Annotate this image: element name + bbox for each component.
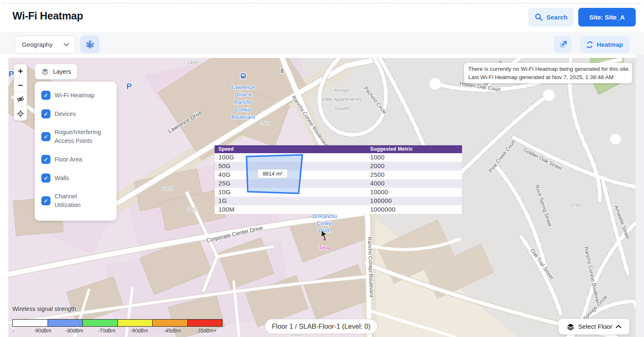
site-button[interactable]: Site: Site_A — [578, 8, 636, 26]
layers-button[interactable]: Layers — [35, 64, 77, 79]
search-button[interactable]: Search — [528, 8, 574, 26]
layer-item-wifi-heatmap[interactable]: ✓ Wi-Fi Heatmap — [41, 91, 110, 100]
legend-tick: -90dBm — [34, 328, 51, 334]
search-button-label: Search — [546, 14, 568, 21]
cell-speed: 40G — [218, 171, 231, 178]
table-header-row: Speed Suggested Metric — [215, 145, 462, 153]
map-label: 1489 — [187, 60, 198, 66]
layer-item-rogue-aps[interactable]: ✓ Rogue/Interfering Access Points — [41, 128, 110, 145]
checkbox-checked[interactable]: ✓ — [41, 155, 50, 164]
speed-metric-table: Speed Suggested Metric 100G1000 50G2000 … — [215, 145, 462, 214]
map-label: 1501 — [260, 120, 271, 126]
layer-item-walls[interactable]: ✓ Walls — [41, 173, 110, 183]
legend-segment — [153, 320, 188, 326]
chevron-up-icon — [616, 325, 621, 328]
legend-tick: -60dBm — [131, 328, 148, 334]
map-label: Arroyo — [333, 87, 350, 93]
view-mode-select[interactable]: Geography — [15, 36, 75, 53]
legend-segment — [48, 320, 83, 326]
map-toolbar: Geography Heatmap — [0, 32, 644, 54]
search-icon — [534, 13, 543, 22]
layer-item-label: Channel Utilization — [55, 192, 98, 209]
select-floor-button[interactable]: Select Floor — [558, 319, 630, 335]
notice-line-2: Last Wi-Fi Heatmap generated at Nov 7, 2… — [468, 73, 628, 82]
layers-stack-icon — [567, 323, 575, 331]
legend-tick: -80dBm — [66, 328, 83, 334]
layer-item-label: Wi-Fi Heatmap — [55, 91, 95, 100]
locate-button[interactable] — [14, 106, 27, 120]
map-label: Tesla — [318, 245, 330, 251]
cell-speed: 50G — [218, 162, 231, 169]
layer-item-label: Devices — [55, 110, 76, 118]
top-dashed-line — [3, 3, 641, 4]
map-label: Lawrence — [232, 84, 254, 90]
map-label: Boulevard — [232, 114, 255, 120]
map-label: South — [334, 105, 349, 111]
map-label: Conejo — [235, 107, 251, 113]
map-label: Villa Apartments — [321, 96, 362, 102]
traffic-signal-icon — [280, 68, 284, 74]
table-row: 25G4000 — [215, 179, 462, 188]
refresh-heatmap-button[interactable]: Heatmap — [580, 36, 629, 53]
table-row: 40G2500 — [215, 171, 462, 179]
layer-item-label: Rogue/Interfering Access Points — [55, 128, 110, 145]
cell-metric: 1000000 — [370, 206, 395, 213]
map-label: Rancho — [234, 99, 252, 105]
parking-icon: P — [127, 82, 132, 91]
cell-speed: 25G — [218, 180, 231, 187]
checkbox-checked[interactable]: ✓ — [41, 173, 50, 183]
checkbox-checked[interactable]: ✓ — [41, 132, 50, 141]
legend-labels: - -90dBm -80dBm -70dBm -60dBm -45dBm -35… — [12, 328, 244, 335]
map-label: 1740 — [570, 202, 582, 208]
floor-area-measurement: 8814 m² — [257, 169, 288, 178]
table-row: 1G100000 — [215, 197, 462, 205]
map-label: 2401 — [163, 186, 174, 192]
map-label: Drive & — [235, 92, 252, 98]
table-row: 10G10000 — [215, 188, 462, 197]
refresh-icon — [586, 41, 594, 48]
external-link-icon — [559, 40, 567, 49]
layer-item-label: Floor Area — [55, 155, 82, 164]
bus-stop-icon — [240, 73, 247, 79]
checkbox-checked[interactable]: ✓ — [41, 196, 50, 205]
expand-fullscreen-button[interactable] — [554, 36, 572, 53]
crosshair-icon — [17, 110, 24, 118]
legend-tick: - — [12, 328, 14, 334]
layer-item-floor-area[interactable]: ✓ Floor Area — [41, 155, 110, 164]
view-mode-value: Geography — [22, 41, 53, 48]
hide-overlays-button[interactable] — [14, 92, 27, 106]
zoom-out-button[interactable]: − — [14, 78, 27, 92]
heatmap-status-notice: There is currently no Wi-Fi Heatmap bein… — [464, 63, 632, 83]
cell-metric: 2500 — [370, 171, 385, 178]
legend-tick: -35dBm+ — [196, 328, 216, 334]
chevron-down-icon — [64, 43, 69, 46]
heatmap-button-label: Heatmap — [597, 41, 623, 48]
cell-speed: 10G — [218, 188, 231, 195]
cell-metric: 10000 — [370, 188, 388, 195]
layer-item-devices[interactable]: ✓ Devices — [41, 109, 110, 118]
legend-segment — [13, 320, 48, 326]
current-floor-pill: Floor 1 / SLAB-Floor-1 (Level: 0) — [265, 319, 378, 334]
cell-speed: 1G — [218, 197, 227, 204]
cell-metric: 4000 — [370, 180, 385, 187]
select-floor-label: Select Floor — [578, 323, 613, 330]
globe-icon — [85, 39, 95, 50]
layer-item-channel-utilization[interactable]: ✓ Channel Utilization — [41, 192, 110, 209]
legend-segment — [83, 320, 118, 326]
cell-metric: 1000 — [370, 154, 385, 161]
table-row: 100M1000000 — [215, 205, 462, 214]
signal-strength-legend — [12, 319, 223, 327]
legend-tick: -70dBm — [98, 328, 115, 334]
legend-title: Wireless signal strength — [12, 306, 76, 312]
map-label: Blvd. — [319, 228, 330, 233]
checkbox-checked[interactable]: ✓ — [41, 91, 50, 100]
checkbox-checked[interactable]: ✓ — [41, 109, 50, 118]
column-header-suggested-metric: Suggested Metric — [370, 146, 413, 152]
app-header: Wi-Fi Heatmap Search Site: Site_A — [0, 0, 644, 32]
zoom-in-button[interactable]: + — [14, 64, 27, 78]
notice-line-1: There is currently no Wi-Fi Heatmap bein… — [468, 65, 628, 73]
map-zoom-control: + − — [14, 64, 27, 121]
globe-view-button[interactable] — [80, 36, 99, 53]
map-canvas[interactable]: Lawrence Drive Rancho Conejo Boulevard R… — [8, 58, 636, 337]
legend-segment — [118, 320, 153, 326]
